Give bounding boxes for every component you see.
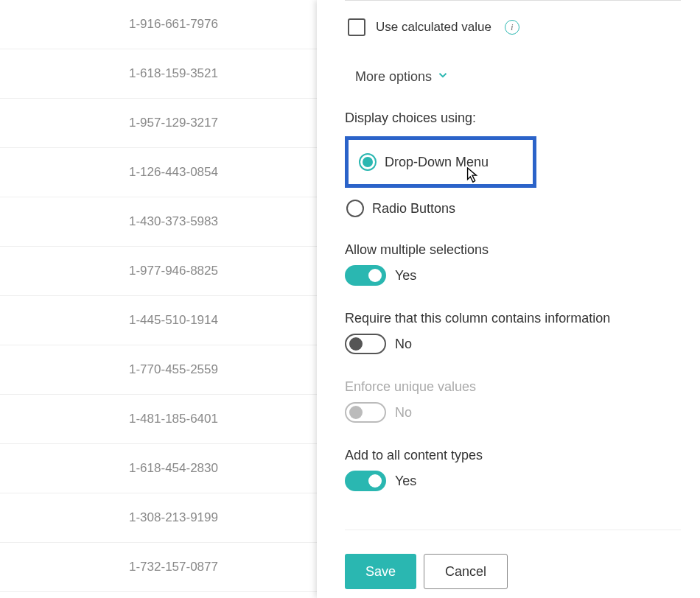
table-row[interactable]: 1-916-661-7976 [0,0,324,49]
save-button[interactable]: Save [345,554,416,589]
column-settings-panel: Use calculated value i More options Disp… [317,0,700,598]
dropdown-option-highlight: Drop-Down Menu [345,136,536,188]
phone-cell: 1-732-157-0877 [0,560,218,574]
info-icon[interactable]: i [505,20,519,35]
phone-cell: 1-957-129-3217 [0,116,218,130]
display-dropdown-option[interactable]: Drop-Down Menu [359,153,522,171]
display-radio-option[interactable]: Radio Buttons [345,200,681,217]
radio-selected-icon[interactable] [359,153,377,171]
phone-cell: 1-481-185-6401 [0,412,218,426]
table-row[interactable]: 1-618-454-2830 [0,444,324,493]
phone-cell: 1-445-510-1914 [0,313,218,328]
panel-footer: Save Cancel [345,554,508,589]
require-info-toggle[interactable] [345,334,386,354]
chevron-down-icon [436,68,449,85]
phone-cell: 1-126-443-0854 [0,165,218,180]
background-data-grid: 1-916-661-7976 1-618-159-3521 des1-957-1… [0,0,324,592]
table-row[interactable]: 1-618-159-3521 [0,49,324,99]
phone-cell: 1-618-159-3521 [0,66,218,81]
phone-cell: 1-430-373-5983 [0,214,218,229]
allow-multiple-state: Yes [395,268,416,284]
table-row[interactable]: 1-770-455-2559 [0,345,324,395]
dropdown-option-label: Drop-Down Menu [385,155,489,170]
table-row[interactable]: des1-957-129-3217 [0,99,324,148]
phone-cell: 1-770-455-2559 [0,362,218,377]
use-calculated-value-checkbox[interactable] [348,18,365,36]
table-row[interactable]: des1-732-157-0877 [0,543,324,592]
allow-multiple-label: Allow multiple selections [345,242,681,258]
table-row[interactable]: 1-308-213-9199 [0,493,324,543]
add-all-content-types-toggle[interactable] [345,471,386,491]
enforce-unique-label: Enforce unique values [345,379,681,395]
add-all-content-types-label: Add to all content types [345,448,681,463]
table-row[interactable]: des1-481-185-6401 [0,395,324,444]
more-options-toggle[interactable]: More options [355,68,681,85]
table-row[interactable]: 1-977-946-8825 [0,247,324,296]
use-calculated-value-label: Use calculated value [376,20,491,35]
phone-cell: 1-977-946-8825 [0,264,218,278]
cancel-button[interactable]: Cancel [424,554,508,589]
table-row[interactable]: 1-430-373-5983 [0,197,324,247]
enforce-unique-state: No [395,405,412,421]
phone-cell: 1-308-213-9199 [0,510,218,525]
add-all-content-types-state: Yes [395,474,416,489]
require-info-state: No [395,337,412,352]
enforce-unique-toggle [345,402,386,423]
use-calculated-value-row[interactable]: Use calculated value i [345,18,681,36]
radio-option-label: Radio Buttons [372,201,455,217]
require-info-label: Require that this column contains inform… [345,311,681,326]
more-options-label: More options [355,69,432,85]
phone-cell: 1-618-454-2830 [0,461,218,476]
allow-multiple-toggle[interactable] [345,265,386,286]
display-choices-label: Display choices using: [345,110,681,126]
table-row[interactable]: des1-126-443-0854 [0,148,324,197]
phone-cell: 1-916-661-7976 [0,17,218,32]
radio-unselected-icon[interactable] [346,200,364,217]
table-row[interactable]: 1-445-510-1914 [0,296,324,345]
